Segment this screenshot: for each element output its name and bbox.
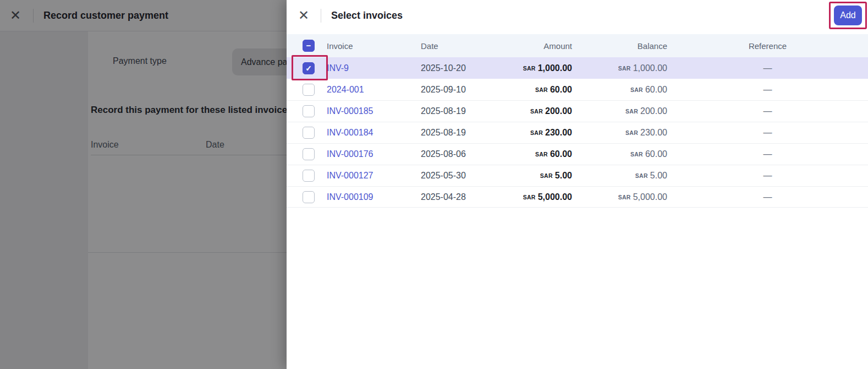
drawer-title: Select invoices (331, 0, 403, 31)
invoices-table-header-row: − Invoice Date Amount Balance Reference (287, 34, 868, 57)
balance-value: 5.00 (650, 171, 667, 180)
invoice-link[interactable]: INV-000176 (327, 149, 421, 159)
header-divider (321, 9, 321, 23)
invoice-reference: — (667, 85, 868, 95)
table-row[interactable]: INV-000127 2025-05-30 SAR5.00 SAR5.00 — (287, 165, 868, 186)
col-header-reference: Reference (667, 41, 868, 51)
currency-label: SAR (530, 108, 543, 115)
invoice-balance: SAR5,000.00 (572, 192, 667, 202)
invoice-amount: SAR60.00 (509, 149, 572, 159)
invoice-reference: — (667, 128, 868, 138)
invoices-table-body: ✓ INV-9 2025-10-20 SAR1,000.00 SAR1,000.… (287, 57, 868, 208)
invoice-link[interactable]: INV-000185 (327, 106, 421, 116)
amount-value: 5.00 (555, 171, 572, 180)
invoice-reference: — (667, 192, 868, 202)
currency-label: SAR (618, 65, 631, 72)
invoice-reference: — (667, 171, 868, 181)
currency-label: SAR (625, 108, 638, 115)
balance-value: 5,000.00 (633, 192, 667, 202)
invoice-reference: — (667, 149, 868, 159)
close-icon[interactable]: ✕ (296, 8, 311, 23)
row-checkbox[interactable] (303, 191, 315, 203)
table-row[interactable]: 2024-001 2025-09-10 SAR60.00 SAR60.00 — (287, 79, 868, 100)
currency-label: SAR (625, 129, 638, 136)
balance-value: 200.00 (640, 106, 667, 116)
row-checkbox[interactable]: ✓ (303, 62, 315, 74)
invoice-link[interactable]: INV-000109 (327, 192, 421, 202)
invoice-link[interactable]: INV-000184 (327, 128, 421, 138)
invoice-date: 2025-09-10 (421, 85, 509, 95)
invoice-amount: SAR200.00 (509, 106, 572, 116)
invoice-balance: SAR5.00 (572, 171, 667, 181)
invoice-reference: — (667, 106, 868, 116)
invoice-balance: SAR1,000.00 (572, 63, 667, 73)
invoice-date: 2025-05-30 (421, 171, 509, 181)
row-checkbox[interactable] (303, 84, 315, 96)
balance-value: 230.00 (640, 128, 667, 137)
invoice-balance: SAR60.00 (572, 85, 667, 95)
balance-value: 60.00 (645, 149, 667, 159)
invoice-date: 2025-08-06 (421, 149, 509, 159)
currency-label: SAR (635, 172, 648, 179)
col-header-date: Date (421, 41, 509, 51)
invoice-date: 2025-10-20 (421, 63, 509, 73)
invoice-link[interactable]: 2024-001 (327, 85, 421, 95)
table-row[interactable]: INV-000185 2025-08-19 SAR200.00 SAR200.0… (287, 100, 868, 122)
annotation-add-button-highlight: Add (829, 2, 867, 29)
currency-label: SAR (535, 86, 548, 93)
balance-value: 1,000.00 (633, 63, 667, 73)
invoice-link[interactable]: INV-9 (327, 63, 421, 73)
invoice-amount: SAR5.00 (509, 171, 572, 181)
currency-label: SAR (630, 151, 643, 158)
amount-value: 60.00 (550, 149, 572, 159)
invoice-balance: SAR230.00 (572, 128, 667, 138)
select-all-checkbox[interactable]: − (303, 40, 315, 52)
invoice-amount: SAR1,000.00 (509, 63, 572, 73)
select-invoices-drawer: ✕ Select invoices Add − Invoice Date Amo… (287, 0, 868, 369)
amount-value: 1,000.00 (538, 63, 572, 73)
invoice-link[interactable]: INV-000127 (327, 171, 421, 181)
amount-value: 230.00 (545, 128, 572, 137)
invoice-amount: SAR5,000.00 (509, 192, 572, 202)
invoices-table: − Invoice Date Amount Balance Reference … (287, 34, 868, 208)
invoice-date: 2025-08-19 (421, 106, 509, 116)
amount-value: 200.00 (545, 106, 572, 116)
col-header-balance: Balance (572, 41, 667, 51)
invoice-balance: SAR60.00 (572, 149, 667, 159)
invoice-amount: SAR60.00 (509, 85, 572, 95)
row-checkbox[interactable] (303, 170, 315, 182)
add-button[interactable]: Add (834, 6, 862, 25)
currency-label: SAR (530, 129, 543, 136)
table-row[interactable]: ✓ INV-9 2025-10-20 SAR1,000.00 SAR1,000.… (287, 57, 868, 79)
invoice-balance: SAR200.00 (572, 106, 667, 116)
minus-icon: − (306, 41, 311, 50)
col-header-invoice: Invoice (327, 41, 421, 51)
row-checkbox[interactable] (303, 105, 315, 117)
invoice-amount: SAR230.00 (509, 128, 572, 138)
currency-label: SAR (540, 172, 553, 179)
amount-value: 60.00 (550, 85, 572, 94)
check-icon: ✓ (305, 64, 312, 72)
col-header-amount: Amount (509, 41, 572, 51)
currency-label: SAR (618, 194, 631, 200)
currency-label: SAR (523, 65, 536, 72)
currency-label: SAR (523, 194, 536, 200)
row-checkbox[interactable] (303, 127, 315, 139)
table-row[interactable]: INV-000184 2025-08-19 SAR230.00 SAR230.0… (287, 122, 868, 143)
table-row[interactable]: INV-000176 2025-08-06 SAR60.00 SAR60.00 … (287, 143, 868, 165)
invoice-date: 2025-08-19 (421, 128, 509, 138)
balance-value: 60.00 (645, 85, 667, 94)
table-row[interactable]: INV-000109 2025-04-28 SAR5,000.00 SAR5,0… (287, 186, 868, 208)
invoice-reference: — (667, 63, 868, 73)
currency-label: SAR (535, 151, 548, 158)
drawer-header: ✕ Select invoices Add (287, 0, 868, 31)
row-checkbox[interactable] (303, 148, 315, 160)
invoice-date: 2025-04-28 (421, 192, 509, 202)
currency-label: SAR (630, 86, 643, 93)
amount-value: 5,000.00 (538, 192, 572, 202)
